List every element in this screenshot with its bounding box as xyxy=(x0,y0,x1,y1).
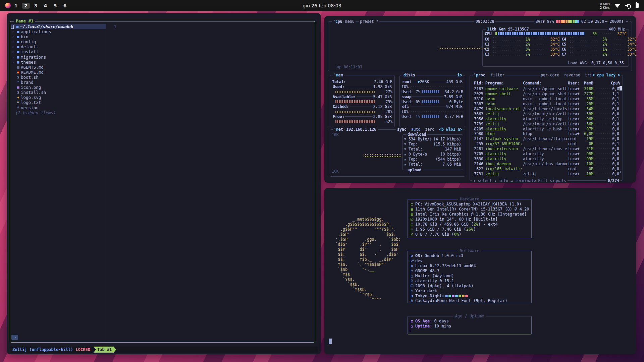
process-row[interactable]: 3810nvimnvim --embed .localluca+55M·····… xyxy=(473,97,619,102)
disk-used-value: 8.77 MiB xyxy=(445,114,463,119)
io-mode-button[interactable]: io xyxy=(456,73,463,77)
tree-item[interactable]: ▤AGENTS.md xyxy=(11,65,106,70)
net-stat-row: ▼Total:147 MiB xyxy=(404,146,461,152)
process-row[interactable]: 3147flatpak-system-/usr/libexec/flatparo… xyxy=(473,136,619,141)
disks-box-title[interactable]: disks xyxy=(402,73,416,77)
workspace-2-active[interactable]: 2 xyxy=(22,3,30,9)
tab-1[interactable]: Tab #1 xyxy=(96,347,114,353)
proc-user: luca+ xyxy=(568,131,581,136)
cpu-box-title[interactable]: 'cpu xyxy=(332,19,343,24)
process-row[interactable]: 622irq/165-iwlwifi:root0B········0,0 xyxy=(473,166,619,171)
folder-icon: ■ xyxy=(15,49,21,54)
reverse-button[interactable]: reverse xyxy=(564,73,580,77)
distro-logo-icon[interactable] xyxy=(5,3,11,8)
tree-item[interactable]: ›■bin xyxy=(11,34,106,39)
proc-cpu: 0,0 xyxy=(611,107,619,111)
net-up-speed: 0 Kb/s xyxy=(600,2,610,6)
tree-item[interactable]: ✱logo.svg xyxy=(11,95,106,100)
wifi-icon[interactable] xyxy=(614,3,620,8)
process-row[interactable]: 255irq/57-ASUE140C:root0B········0,1 xyxy=(473,141,619,146)
disk-io-row: IO%···································· xyxy=(401,84,463,89)
scrollbar-thumb[interactable] xyxy=(620,86,622,90)
tree-item[interactable]: ▦icon.png xyxy=(11,85,106,90)
tree-item-label: brand xyxy=(21,80,34,85)
battery-bar-segment xyxy=(556,20,558,23)
process-row[interactable]: 7705alacrittyalacrittyluca+98M········0,… xyxy=(473,152,619,157)
process-row[interactable]: 2281ibus-extension-/usr/libexec/ibus-elu… xyxy=(473,146,619,152)
process-row[interactable]: 2187gnome-software/usr/bin/gnome-softluc… xyxy=(473,86,619,92)
workspace-3[interactable]: 3 xyxy=(31,3,40,8)
cpu-cores-box: 11th Gen i5-1135G7 400 MHz CPU 3% ······… xyxy=(482,29,629,67)
workspace-1[interactable]: 1 xyxy=(11,3,20,8)
fastfetch-terminal-window: _,met$$$$$gg. ,g$$$$$$$$$$$$$$$P. ,g$$P"… xyxy=(324,188,636,354)
proc-mem: 31M xyxy=(581,146,593,151)
process-row[interactable]: 3630alacrittyalacrittyluca+99M········0,… xyxy=(473,156,619,161)
mem-bar-row: 73% xyxy=(332,99,392,104)
proc-cpu: 0,1 xyxy=(611,117,619,121)
tree-item[interactable]: ≣README.md xyxy=(11,70,106,75)
tree-item[interactable]: *brand xyxy=(11,80,106,85)
workspace-6[interactable]: 6 xyxy=(60,3,69,8)
process-row[interactable]: 3663zellij/usr/local/bin/zellluca+58M···… xyxy=(473,111,619,116)
info-row: ⎚644x362 in 14", 60 Hz [Built-in] xyxy=(409,217,530,222)
tree-item[interactable]: ›■migrations xyxy=(11,55,106,60)
proc-program: nvim xyxy=(485,102,523,106)
disk-name: swap xyxy=(401,95,412,99)
display-icon: ⎚ xyxy=(409,217,415,222)
proc-cpu: 0,0 xyxy=(611,86,619,91)
update-interval-control[interactable]: ─ 2000ms + xyxy=(604,19,630,24)
process-row[interactable]: 2025gnome-shell/usr/bin/gnome-shelluca+2… xyxy=(473,92,619,97)
tree-item[interactable]: ›■default xyxy=(11,44,106,49)
tree-item[interactable]: $boot.sh xyxy=(11,75,106,80)
process-row[interactable]: 7887nvimnvim --embed .localluca+28M·····… xyxy=(473,102,619,107)
process-row[interactable]: 7739zellij/usr/local/bin/zellluca+56M···… xyxy=(473,121,619,126)
proc-box-title[interactable]: 'proc xyxy=(474,73,485,77)
scroll-down-icon[interactable]: ↓ xyxy=(619,170,622,174)
tree-item[interactable]: *version xyxy=(11,105,106,110)
tree-item[interactable]: ›■applications xyxy=(11,29,106,34)
tree-item[interactable]: $install.sh xyxy=(11,90,106,95)
net-sync-button[interactable]: sync xyxy=(397,127,407,132)
process-row[interactable]: 7980btopbtopluca+6,0M········0,0 xyxy=(473,131,619,136)
tree-item[interactable]: ›■config xyxy=(11,39,106,44)
tree-root-row[interactable]: ■ ~/.local/share/omadeb xyxy=(11,24,106,29)
process-row[interactable]: 8205alacrittyalacritty -e bash -luca+97M… xyxy=(473,126,619,131)
up-arrow-icon: ▲ xyxy=(404,153,409,156)
process-row[interactable]: 7956alacrittyalacritty -e btopluca+96M··… xyxy=(473,116,619,121)
battery-icon[interactable] xyxy=(636,3,639,8)
disk-io-graph: ···································· xyxy=(411,85,463,88)
mem-label: Used: xyxy=(332,84,345,89)
sort-selector[interactable]: < cpu lazy > xyxy=(591,73,621,77)
net-interface-selector[interactable]: <b wlo1 n> xyxy=(439,127,462,132)
process-row[interactable]: 8479localsearch-ext/usr/libexec/localslu… xyxy=(473,107,619,112)
info-row: ▢PC:VivoBook_ASUSLaptop X421EAY_K413EA (… xyxy=(409,202,530,207)
proc-command: /usr/bin/ibus-daemo xyxy=(523,162,568,166)
menu-button[interactable]: menu xyxy=(344,19,356,24)
mem-box-title[interactable]: 'mem xyxy=(333,73,344,77)
palette-dot xyxy=(462,295,465,297)
workspace-5[interactable]: 5 xyxy=(51,3,60,8)
chevron-right-icon: › xyxy=(11,34,15,39)
per-core-button[interactable]: per-core xyxy=(541,73,559,77)
net-stat-value: (15.5 Kibps) xyxy=(433,142,461,146)
folder-icon: ■ xyxy=(15,39,21,44)
zellij-pane[interactable]: Pane #1 ■ ~/.local/share/omadeb ›■applic… xyxy=(10,21,315,343)
debian-ascii-logo: _,met$$$$$gg. ,g$$$$$$$$$$$$$$$P. ,g$$P"… xyxy=(335,217,401,302)
preset-button[interactable]: preset * xyxy=(359,19,379,24)
tree-item[interactable]: ›■install xyxy=(11,49,106,54)
process-row[interactable]: 7731zellijzellijluca+18M········0,0 xyxy=(473,171,619,176)
net-auto-button[interactable]: auto xyxy=(411,127,421,132)
net-zero-button[interactable]: zero xyxy=(425,127,434,132)
proc-program: irq/165-iwlwifi: xyxy=(485,167,523,171)
process-row[interactable]: 2146ibus-daemon/usr/bin/ibus-daemoluca+1… xyxy=(473,161,619,166)
proc-pid: 7980 xyxy=(473,131,485,136)
mem-stat-row: Total:7.46 GiB xyxy=(332,79,392,84)
volume-icon[interactable] xyxy=(625,3,631,8)
filter-button[interactable]: filter xyxy=(491,73,505,77)
tree-item[interactable]: ›■themes xyxy=(11,60,106,65)
workspace-4[interactable]: 4 xyxy=(41,3,50,8)
net-box-title[interactable]: 'net xyxy=(333,127,344,132)
tree-item[interactable]: ≡logo.txt xyxy=(11,100,106,105)
mem-pct: 52% xyxy=(385,119,392,124)
core-label: C1 xyxy=(485,42,493,47)
